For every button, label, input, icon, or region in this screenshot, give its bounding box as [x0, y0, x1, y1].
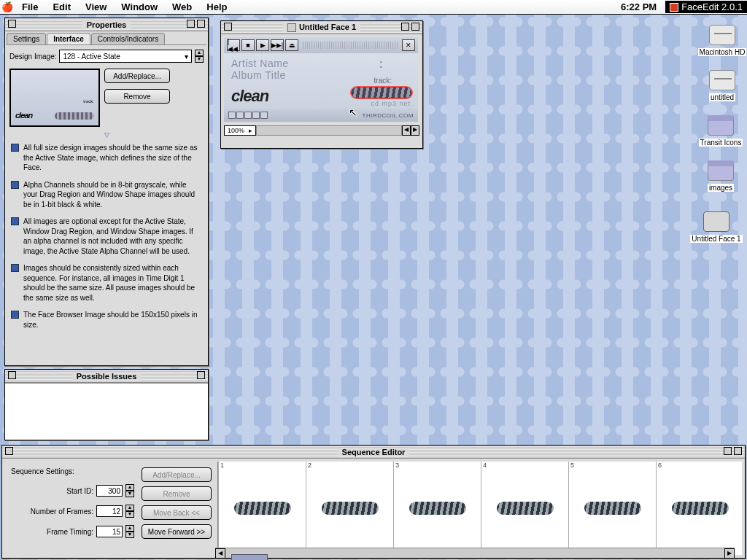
- desktop-icon-untitled[interactable]: untitled: [693, 70, 747, 101]
- sequence-editor-titlebar[interactable]: Sequence Editor: [2, 446, 745, 459]
- menu-file[interactable]: File: [15, 1, 45, 12]
- frame-cell[interactable]: 4: [481, 462, 568, 555]
- add-replace-button[interactable]: Add/Replace...: [104, 69, 170, 83]
- menu-web[interactable]: Web: [165, 1, 199, 12]
- tab-controls[interactable]: Controls/Indicators: [91, 33, 165, 44]
- menu-window[interactable]: Window: [114, 1, 165, 12]
- frames-label: Number of Frames:: [31, 508, 93, 516]
- play-button[interactable]: ▶: [256, 39, 269, 51]
- design-image-stepper[interactable]: ▲▼: [195, 50, 204, 63]
- zoom-icon[interactable]: [401, 23, 409, 31]
- remove-button[interactable]: Remove: [104, 89, 170, 104]
- zoom-value[interactable]: 100%▸: [224, 125, 256, 136]
- eject-button[interactable]: ⏏: [285, 39, 298, 51]
- issues-titlebar[interactable]: Possible Issues: [5, 370, 208, 383]
- menubar: 🍎 File Edit View Window Web Help 6:22 PM…: [0, 0, 747, 15]
- tab-interface[interactable]: Interface: [47, 33, 90, 44]
- next-track-button[interactable]: ▶▶|: [271, 39, 284, 51]
- hd-icon: [709, 70, 735, 90]
- face-titlebar[interactable]: Untitled Face 1: [221, 21, 422, 34]
- zoom-icon[interactable]: [187, 20, 195, 28]
- desktop-icon-images[interactable]: images: [692, 160, 747, 192]
- interface-notes: All full size design images should be th…: [7, 140, 206, 340]
- collapse-icon[interactable]: [197, 371, 205, 379]
- menu-view[interactable]: View: [78, 1, 114, 12]
- note-bullet-icon: [11, 181, 19, 189]
- folder-icon: [708, 160, 734, 181]
- frame-thumb-icon: [234, 502, 291, 515]
- menu-help[interactable]: Help: [199, 1, 234, 12]
- sequence-settings-header: Sequence Settings:: [11, 467, 134, 475]
- foot-icon[interactable]: [260, 112, 268, 119]
- frame-cell[interactable]: 3: [393, 462, 481, 555]
- tab-settings[interactable]: Settings: [7, 33, 46, 44]
- menu-edit[interactable]: Edit: [45, 1, 78, 12]
- seq-remove-button[interactable]: Remove: [142, 486, 212, 501]
- disclosure-triangle-icon[interactable]: ▽: [7, 130, 206, 140]
- properties-titlebar[interactable]: Properties: [5, 18, 208, 31]
- foot-icon[interactable]: [244, 112, 252, 119]
- face-title: Untitled Face 1: [299, 23, 356, 31]
- close-icon[interactable]: [8, 371, 16, 379]
- frame-strip[interactable]: 1 2 3 4 5 6: [218, 462, 742, 555]
- track-label: track:: [374, 77, 392, 85]
- close-icon[interactable]: [224, 23, 232, 31]
- prev-track-button[interactable]: |◀◀: [227, 39, 240, 51]
- app-switcher[interactable]: FaceEdit 2.0.1: [665, 1, 747, 13]
- app-title: FaceEdit 2.0.1: [681, 1, 743, 12]
- scroll-right-icon[interactable]: ▶: [724, 548, 735, 559]
- timing-input[interactable]: [96, 526, 123, 537]
- collapse-icon[interactable]: [734, 447, 742, 455]
- seq-move-back-button[interactable]: Move Back <<: [142, 505, 212, 520]
- source-modes[interactable]: cd mp3 net: [371, 100, 411, 107]
- design-image-select[interactable]: 128 - Active State: [59, 50, 192, 63]
- menubar-clock[interactable]: 6:22 PM: [615, 1, 662, 12]
- zoom-icon[interactable]: [724, 447, 732, 455]
- face-preview-window: Untitled Face 1 |◀◀ ■ ▶ ▶▶| ⏏ ✕ Artist N…: [220, 20, 423, 149]
- properties-tabs: Settings Interface Controls/Indicators: [7, 33, 206, 45]
- issues-content: [5, 383, 208, 440]
- stop-button[interactable]: ■: [241, 39, 255, 51]
- design-image-label: Design Image:: [9, 52, 56, 61]
- frame-thumb-icon: [409, 502, 466, 515]
- foot-icon[interactable]: [236, 112, 244, 119]
- desktop-icon-untitled-face[interactable]: Untitled Face 1: [687, 211, 746, 243]
- note-bullet-icon: [11, 264, 19, 272]
- frame-cell[interactable]: 1: [218, 462, 306, 555]
- properties-window: Properties Settings Interface Controls/I…: [4, 18, 209, 366]
- close-icon[interactable]: [8, 20, 16, 28]
- skin-close-button[interactable]: ✕: [402, 39, 415, 51]
- foot-icon[interactable]: [228, 112, 236, 119]
- timing-label: Frame Timing:: [47, 528, 93, 536]
- design-image-thumbnail[interactable]: track: clean: [9, 69, 100, 127]
- scroll-right-icon[interactable]: ▶: [411, 125, 419, 136]
- footer-brand: THIRDCOIL.COM: [363, 112, 414, 119]
- foot-icon[interactable]: [252, 112, 260, 119]
- scroll-left-icon[interactable]: ◀: [215, 548, 225, 559]
- horizontal-scrollbar[interactable]: [256, 125, 402, 136]
- frame-cell[interactable]: 5: [568, 462, 656, 555]
- collapse-icon[interactable]: [197, 20, 205, 28]
- frames-stepper[interactable]: ▲▼: [125, 505, 134, 518]
- frame-strip-scrollbar[interactable]: ◀ ▶: [215, 548, 735, 558]
- scrollbar-thumb[interactable]: [231, 554, 268, 561]
- collapse-icon[interactable]: [411, 23, 419, 31]
- hd-icon: [709, 25, 735, 45]
- frames-input[interactable]: [96, 505, 123, 517]
- timing-stepper[interactable]: ▲▼: [125, 525, 134, 538]
- desktop-icon-macintosh-hd[interactable]: Macintosh HD: [693, 25, 747, 56]
- seq-move-forward-button[interactable]: Move Forward >>: [142, 524, 212, 539]
- time-separator: :: [379, 58, 383, 71]
- properties-title: Properties: [82, 20, 131, 29]
- frame-cell[interactable]: 6: [656, 462, 742, 555]
- close-icon[interactable]: [5, 447, 13, 455]
- desktop-icon-transit-icons[interactable]: Transit Icons: [692, 115, 747, 147]
- start-id-stepper[interactable]: ▲▼: [125, 484, 134, 497]
- start-id-input[interactable]: [96, 485, 123, 497]
- frame-cell[interactable]: 2: [306, 462, 393, 555]
- track-sequence-indicator[interactable]: [351, 87, 412, 98]
- seq-add-replace-button[interactable]: Add/Replace...: [142, 467, 212, 482]
- sequence-editor-title: Sequence Editor: [338, 448, 410, 456]
- apple-menu-icon[interactable]: 🍎: [0, 1, 15, 12]
- scroll-left-icon[interactable]: ◀: [402, 125, 411, 136]
